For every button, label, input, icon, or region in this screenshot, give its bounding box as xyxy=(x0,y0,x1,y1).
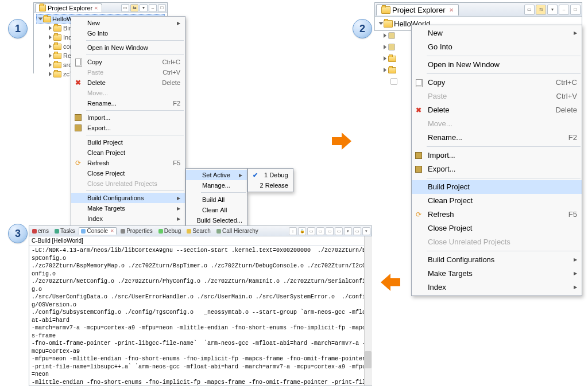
project-explorer-tab[interactable]: Project Explorer ✕ xyxy=(35,3,102,12)
menu-item-label: Delete xyxy=(85,79,148,86)
tab-search[interactable]: Search xyxy=(185,228,212,234)
minimize-button[interactable]: – xyxy=(149,4,157,12)
menu-item-label: Make Targets xyxy=(425,269,567,278)
menu-item-set-active[interactable]: Set Active▶ xyxy=(186,170,247,180)
expand-icon[interactable] xyxy=(49,26,52,30)
toolbar-button[interactable]: ▭ xyxy=(316,227,324,235)
menu-separator xyxy=(427,56,581,56)
collapse-all-button[interactable]: ▭ xyxy=(121,4,129,12)
expand-icon[interactable] xyxy=(384,45,386,49)
expand-icon[interactable] xyxy=(38,18,43,21)
menu-item-build-all[interactable]: Build All xyxy=(186,194,247,205)
menu-item-go-into[interactable]: Go Into xyxy=(412,40,582,54)
tab-icon xyxy=(32,229,37,234)
menu-item-refresh[interactable]: ⟳RefreshF5 xyxy=(412,208,582,221)
project-explorer-tab[interactable]: Project Explorer ✕ xyxy=(376,4,459,15)
expand-icon[interactable] xyxy=(49,35,52,40)
toolbar-button[interactable]: ▾ xyxy=(344,227,352,235)
menu-item-1-debug[interactable]: ✔1 Debug xyxy=(248,170,293,180)
maximize-button[interactable]: □ xyxy=(570,5,581,15)
menu-item-delete[interactable]: ✖DeleteDelete xyxy=(71,77,185,88)
close-icon[interactable]: ✕ xyxy=(110,228,114,234)
svg-marker-0 xyxy=(332,133,351,150)
expand-icon[interactable] xyxy=(49,72,52,76)
view-menu-button[interactable]: ▾ xyxy=(140,4,148,12)
menu-item-new[interactable]: New▶ xyxy=(71,18,185,28)
menu-item-open-in-new-window[interactable]: Open in New Window xyxy=(412,58,582,72)
menu-gutter xyxy=(71,114,85,121)
tab-tasks[interactable]: Tasks xyxy=(53,228,77,234)
tab-console[interactable]: Console✕ xyxy=(79,227,117,235)
tab-properties[interactable]: Properties xyxy=(119,228,154,234)
menu-item-index[interactable]: Index▶ xyxy=(71,213,185,224)
menu-gutter: ✖ xyxy=(71,79,85,87)
menu-item-new[interactable]: New▶ xyxy=(412,26,582,40)
tab-debug[interactable]: Debug xyxy=(157,228,183,234)
menu-item-clean-project[interactable]: Clean Project xyxy=(71,147,185,158)
menu-item-rename[interactable]: Rename...F2 xyxy=(71,98,185,108)
menu-item-refresh[interactable]: ⟳RefreshF5 xyxy=(71,158,185,168)
menu-item-make-targets[interactable]: Make Targets▶ xyxy=(412,267,582,281)
menu-item-close-project[interactable]: Close Project xyxy=(71,168,185,178)
menu-item-clean-all[interactable]: Clean All xyxy=(186,205,247,215)
tab-ems[interactable]: ems xyxy=(30,228,51,234)
toolbar-button[interactable]: ▭ xyxy=(353,227,361,235)
toolbar-button[interactable]: 🔒 xyxy=(298,227,306,235)
link-editor-button[interactable]: ⇆ xyxy=(130,4,138,12)
menu-item-go-into[interactable]: Go Into xyxy=(71,28,185,38)
menu-item-open-in-new-window[interactable]: Open in New Window xyxy=(71,42,185,53)
menu-item-2-release[interactable]: 2 Release xyxy=(248,180,293,190)
menu-item-delete[interactable]: ✖DeleteDelete xyxy=(412,103,582,117)
menu-item-make-targets[interactable]: Make Targets▶ xyxy=(71,203,185,213)
toolbar-button[interactable]: ▭ xyxy=(326,227,334,235)
expand-icon[interactable] xyxy=(384,56,386,61)
menu-item-export[interactable]: Export... xyxy=(412,162,582,176)
menu-item-build-project[interactable]: Build Project xyxy=(71,137,185,147)
scrollbar-thumb[interactable] xyxy=(365,351,372,368)
expand-icon[interactable] xyxy=(49,44,52,49)
menu-item-build-configurations[interactable]: Build Configurations▶ xyxy=(71,193,185,203)
toolbar-button[interactable]: ↓ xyxy=(289,227,297,235)
collapse-all-button[interactable]: ▭ xyxy=(524,5,535,15)
menu-item-import[interactable]: Import... xyxy=(71,112,185,123)
copy-icon xyxy=(75,59,81,65)
toolbar-button[interactable]: ▾ xyxy=(362,227,370,235)
menu-item-accel: Ctrl+V xyxy=(543,92,577,101)
menu-item-build-selected[interactable]: Build Selected... xyxy=(186,215,247,225)
menu-item-move: Move... xyxy=(71,88,185,98)
menu-item-index[interactable]: Index▶ xyxy=(412,281,582,294)
minimize-button[interactable]: – xyxy=(559,5,569,15)
expand-icon[interactable] xyxy=(379,22,384,25)
menu-item-copy[interactable]: CopyCtrl+C xyxy=(412,76,582,90)
tab-label: Debug xyxy=(164,228,181,234)
menu-item-build-configurations[interactable]: Build Configurations▶ xyxy=(412,253,582,267)
expand-icon[interactable] xyxy=(384,68,386,72)
console-scrollbar[interactable] xyxy=(364,236,372,386)
menu-item-rename[interactable]: Rename...F2 xyxy=(412,131,582,145)
maximize-button[interactable]: □ xyxy=(158,4,166,12)
toolbar-button[interactable]: ▭ xyxy=(307,227,315,235)
menu-item-import[interactable]: Import... xyxy=(412,149,582,162)
view-menu-button[interactable]: ▾ xyxy=(547,5,558,15)
menu-item-paste: PasteCtrl+V xyxy=(412,90,582,103)
menu-item-label: Export... xyxy=(85,125,180,131)
tab-call-hierarchy[interactable]: Call Hierarchy xyxy=(215,228,260,234)
folder-icon xyxy=(53,44,61,50)
menu-item-export[interactable]: Export... xyxy=(71,123,185,133)
project-icon xyxy=(384,20,393,28)
menu-item-clean-project[interactable]: Clean Project xyxy=(412,194,582,208)
submenu-arrow-icon: ▶ xyxy=(567,271,577,277)
close-icon[interactable]: ✕ xyxy=(449,7,454,13)
link-editor-button[interactable]: ⇆ xyxy=(536,5,546,15)
expand-icon[interactable] xyxy=(49,53,52,58)
menu-item-build-project[interactable]: Build Project xyxy=(412,180,582,194)
menu-item-label: Clean Project xyxy=(85,149,180,156)
menu-item-close-project[interactable]: Close Project xyxy=(412,221,582,235)
close-icon[interactable]: ✕ xyxy=(94,6,98,11)
menu-item-copy[interactable]: CopyCtrl+C xyxy=(71,57,185,67)
toolbar-button[interactable]: ▭ xyxy=(335,227,343,235)
menu-item-manage[interactable]: Manage... xyxy=(186,180,247,190)
console-body[interactable]: -LC:/NDK-4.13-arm/neos/lib/libCortexA9gn… xyxy=(29,246,372,386)
expand-icon[interactable] xyxy=(384,33,386,38)
expand-icon[interactable] xyxy=(49,63,52,67)
